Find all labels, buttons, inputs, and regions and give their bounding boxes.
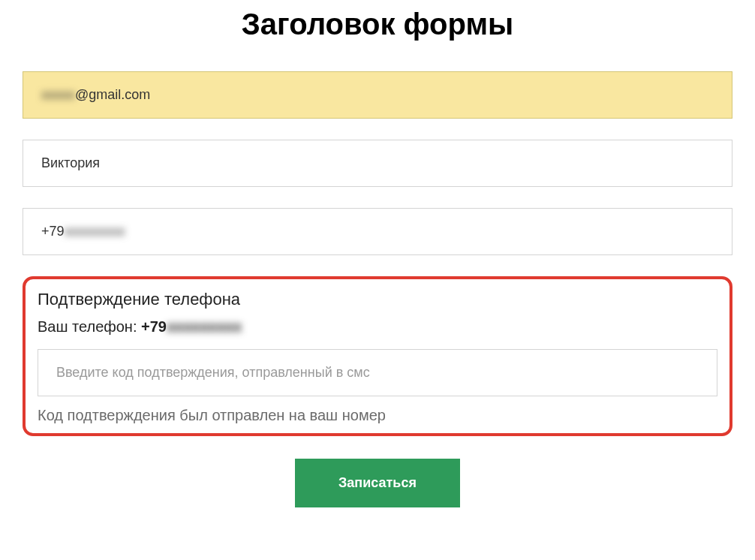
email-field[interactable]: xxxxx@gmail.com [23,71,732,119]
email-suffix: @gmail.com [75,87,150,102]
email-masked-prefix: xxxxx [41,87,75,102]
confirmation-sent-message: Код подтверждения был отправлен на ваш н… [38,407,717,424]
phone-confirmation-box: Подтверждение телефона Ваш телефон: +79x… [23,276,732,436]
confirmation-phone-prefix: +79 [141,318,167,335]
name-input[interactable] [41,155,714,171]
confirmation-title: Подтверждение телефона [38,290,717,309]
code-input-wrap [38,349,717,396]
name-field[interactable] [23,140,732,187]
confirmation-code-input[interactable] [56,365,699,381]
form-container: Заголовок формы xxxxx@gmail.com +79xxxxx… [0,8,755,507]
phone-field[interactable]: +79xxxxxxxxx [23,208,732,255]
form-title: Заголовок формы [23,8,732,41]
confirmation-phone-masked: xxxxxxxxx [167,318,242,335]
phone-masked-rest: xxxxxxxxx [65,224,125,239]
phone-prefix: +79 [41,224,65,239]
submit-row: Записаться [23,459,732,507]
your-phone-label: Ваш телефон: [38,318,141,335]
confirmation-phone-line: Ваш телефон: +79xxxxxxxxx [38,318,717,336]
submit-button[interactable]: Записаться [295,459,460,507]
